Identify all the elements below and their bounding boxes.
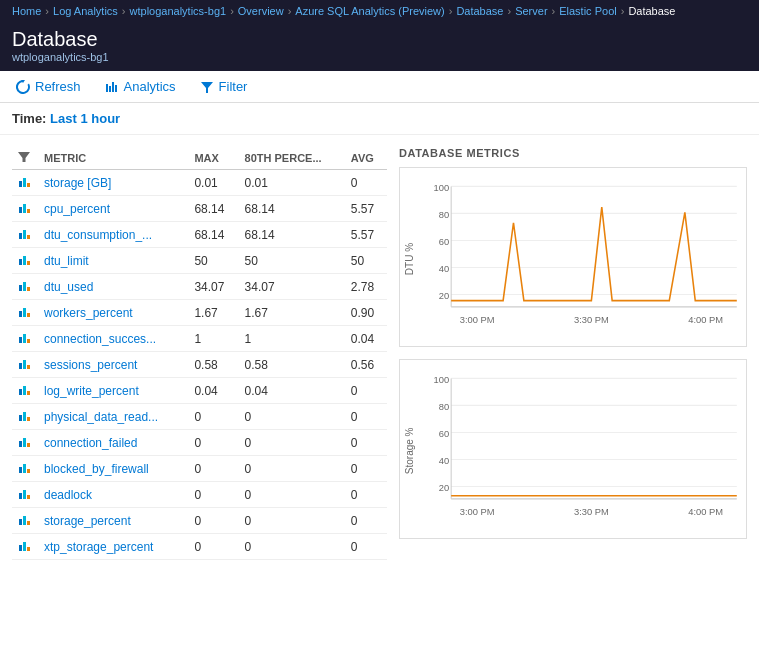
svg-rect-21 bbox=[27, 287, 30, 291]
metric-name[interactable]: log_write_percent bbox=[38, 378, 188, 404]
metric-max: 1.67 bbox=[188, 300, 238, 326]
svg-rect-47 bbox=[23, 516, 26, 525]
analytics-button[interactable]: Analytics bbox=[101, 77, 180, 96]
svg-rect-46 bbox=[19, 519, 22, 525]
svg-rect-39 bbox=[27, 443, 30, 447]
svg-text:20: 20 bbox=[439, 483, 449, 493]
breadcrumb-log-analytics[interactable]: Log Analytics bbox=[53, 5, 118, 17]
metric-name[interactable]: storage_percent bbox=[38, 508, 188, 534]
bar-chart-icon bbox=[18, 174, 32, 188]
svg-text:100: 100 bbox=[434, 375, 450, 385]
svg-rect-7 bbox=[19, 181, 22, 187]
refresh-label: Refresh bbox=[35, 79, 81, 94]
bar-chart-icon bbox=[18, 434, 32, 448]
breadcrumb-server[interactable]: Server bbox=[515, 5, 547, 17]
metric-name[interactable]: workers_percent bbox=[38, 300, 188, 326]
metric-name[interactable]: connection_succes... bbox=[38, 326, 188, 352]
page-title: Database bbox=[12, 28, 747, 51]
svg-text:40: 40 bbox=[439, 456, 449, 466]
main-content: METRIC MAX 80TH PERCE... AVG storage [GB… bbox=[0, 135, 759, 572]
metric-name[interactable]: sessions_percent bbox=[38, 352, 188, 378]
metrics-table: METRIC MAX 80TH PERCE... AVG storage [GB… bbox=[12, 147, 387, 560]
breadcrumb-overview[interactable]: Overview bbox=[238, 5, 284, 17]
table-row: dtu_consumption_...68.1468.145.57 bbox=[12, 222, 387, 248]
metric-p80: 0 bbox=[239, 430, 345, 456]
breadcrumb: Home › Log Analytics › wtploganalytics-b… bbox=[0, 0, 759, 22]
svg-rect-10 bbox=[19, 207, 22, 213]
metric-name[interactable]: cpu_percent bbox=[38, 196, 188, 222]
svg-rect-23 bbox=[23, 308, 26, 317]
bar-chart-icon bbox=[18, 460, 32, 474]
svg-rect-1 bbox=[106, 84, 108, 92]
metric-name[interactable]: dtu_used bbox=[38, 274, 188, 300]
max-col-header: MAX bbox=[188, 147, 238, 170]
breadcrumb-workspace[interactable]: wtploganalytics-bg1 bbox=[130, 5, 227, 17]
metric-name[interactable]: connection_failed bbox=[38, 430, 188, 456]
svg-rect-9 bbox=[27, 183, 30, 187]
bar-chart-icon bbox=[18, 382, 32, 396]
svg-text:3:30 PM: 3:30 PM bbox=[574, 508, 609, 518]
svg-text:3:00 PM: 3:00 PM bbox=[460, 315, 495, 325]
storage-y-label: Storage % bbox=[404, 368, 420, 534]
metric-avg: 0 bbox=[345, 430, 387, 456]
svg-rect-3 bbox=[112, 82, 114, 92]
table-row: log_write_percent0.040.040 bbox=[12, 378, 387, 404]
page-header: Database wtploganalytics-bg1 bbox=[0, 22, 759, 71]
metric-max: 0.01 bbox=[188, 170, 238, 196]
refresh-button[interactable]: Refresh bbox=[12, 77, 85, 96]
metric-avg: 0.56 bbox=[345, 352, 387, 378]
svg-rect-31 bbox=[19, 389, 22, 395]
metric-p80: 0 bbox=[239, 508, 345, 534]
svg-rect-43 bbox=[19, 493, 22, 499]
svg-rect-32 bbox=[23, 386, 26, 395]
svg-rect-42 bbox=[27, 469, 30, 473]
svg-rect-50 bbox=[23, 542, 26, 551]
table-row: workers_percent1.671.670.90 bbox=[12, 300, 387, 326]
bar-chart-icon bbox=[18, 512, 32, 526]
metric-avg: 0 bbox=[345, 508, 387, 534]
metric-avg: 0 bbox=[345, 170, 387, 196]
metric-name[interactable]: dtu_limit bbox=[38, 248, 188, 274]
metric-name[interactable]: deadlock bbox=[38, 482, 188, 508]
svg-rect-37 bbox=[19, 441, 22, 447]
svg-rect-8 bbox=[23, 178, 26, 187]
metric-name[interactable]: dtu_consumption_... bbox=[38, 222, 188, 248]
bar-chart-icon bbox=[18, 200, 32, 214]
metric-avg: 5.57 bbox=[345, 222, 387, 248]
avg-col-header: AVG bbox=[345, 147, 387, 170]
table-row: connection_failed000 bbox=[12, 430, 387, 456]
refresh-icon bbox=[16, 80, 30, 94]
bar-chart-icon bbox=[18, 252, 32, 266]
metric-name[interactable]: physical_data_read... bbox=[38, 404, 188, 430]
svg-marker-6 bbox=[18, 152, 30, 162]
metric-avg: 2.78 bbox=[345, 274, 387, 300]
metric-name[interactable]: xtp_storage_percent bbox=[38, 534, 188, 560]
svg-rect-48 bbox=[27, 521, 30, 525]
metric-max: 0.04 bbox=[188, 378, 238, 404]
table-row: storage_percent000 bbox=[12, 508, 387, 534]
filter-button[interactable]: Filter bbox=[196, 77, 252, 96]
svg-rect-28 bbox=[19, 363, 22, 369]
bar-chart-icon bbox=[18, 538, 32, 552]
breadcrumb-azure-sql[interactable]: Azure SQL Analytics (Preview) bbox=[295, 5, 444, 17]
metric-name[interactable]: blocked_by_firewall bbox=[38, 456, 188, 482]
breadcrumb-home[interactable]: Home bbox=[12, 5, 41, 17]
breadcrumb-database[interactable]: Database bbox=[456, 5, 503, 17]
metric-name[interactable]: storage [GB] bbox=[38, 170, 188, 196]
svg-rect-45 bbox=[27, 495, 30, 499]
table-row: dtu_limit505050 bbox=[12, 248, 387, 274]
table-row: dtu_used34.0734.072.78 bbox=[12, 274, 387, 300]
svg-text:20: 20 bbox=[439, 291, 449, 301]
storage-chart-container: Storage % 100 80 60 40 20 bbox=[399, 359, 747, 539]
table-row: cpu_percent68.1468.145.57 bbox=[12, 196, 387, 222]
svg-rect-35 bbox=[23, 412, 26, 421]
svg-rect-34 bbox=[19, 415, 22, 421]
svg-rect-41 bbox=[23, 464, 26, 473]
table-row: blocked_by_firewall000 bbox=[12, 456, 387, 482]
breadcrumb-elastic-pool[interactable]: Elastic Pool bbox=[559, 5, 616, 17]
filter-icon bbox=[200, 80, 214, 94]
table-row: sessions_percent0.580.580.56 bbox=[12, 352, 387, 378]
svg-rect-38 bbox=[23, 438, 26, 447]
analytics-icon bbox=[105, 80, 119, 94]
metric-max: 0.58 bbox=[188, 352, 238, 378]
